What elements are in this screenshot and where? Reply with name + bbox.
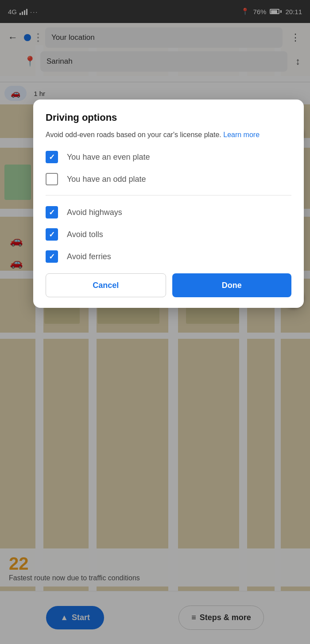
dialog-title: Driving options [46,112,291,123]
avoid-highways-label: Avoid highways [67,208,122,217]
odd-plate-checkbox[interactable]: ✓ [46,173,58,185]
check-icon: ✓ [49,209,55,216]
avoid-tolls-checkbox[interactable]: ✓ [46,228,58,241]
cancel-button[interactable]: Cancel [46,273,166,297]
avoid-highways-checkbox[interactable]: ✓ [46,206,58,218]
even-plate-item: ✓ You have an even plate [46,151,291,163]
modal-overlay [0,0,310,644]
odd-plate-item: ✓ You have an odd plate [46,173,291,185]
avoid-checkboxes: ✓ Avoid highways ✓ Avoid tolls ✓ Avoid f… [46,206,291,263]
learn-more-link[interactable]: Learn more [223,131,260,138]
dialog-actions: Cancel Done [46,273,291,297]
avoid-ferries-checkbox[interactable]: ✓ [46,250,58,263]
check-icon: ✓ [49,231,55,238]
dialog-divider [46,195,291,196]
plate-checkboxes: ✓ You have an even plate ✓ You have an o… [46,151,291,185]
avoid-ferries-label: Avoid ferries [67,252,111,261]
avoid-highways-item: ✓ Avoid highways [46,206,291,218]
check-icon: ✓ [49,153,55,161]
avoid-ferries-item: ✓ Avoid ferries [46,250,291,263]
odd-plate-label: You have an odd plate [67,175,146,184]
done-button[interactable]: Done [172,273,292,297]
driving-options-dialog: Driving options Avoid odd-even roads bas… [33,100,304,308]
dialog-description: Avoid odd-even roads based on your car's… [46,130,291,140]
even-plate-checkbox[interactable]: ✓ [46,151,58,163]
even-plate-label: You have an even plate [67,153,150,162]
avoid-tolls-label: Avoid tolls [67,230,103,239]
avoid-tolls-item: ✓ Avoid tolls [46,228,291,241]
check-icon: ✓ [49,253,55,261]
